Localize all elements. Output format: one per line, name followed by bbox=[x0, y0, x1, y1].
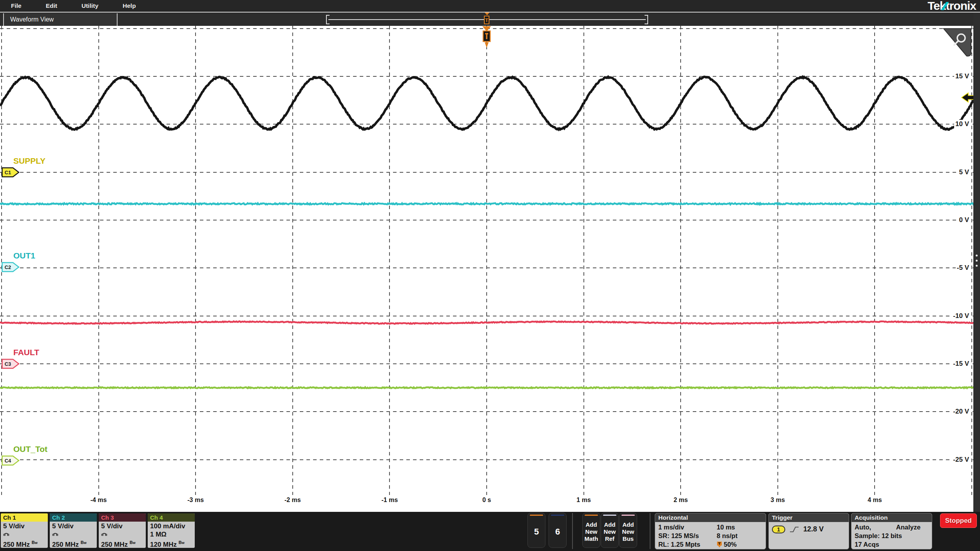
acquisition-panel-title: Acquisition bbox=[851, 513, 932, 522]
divider bbox=[650, 513, 650, 549]
voltage-label: -5 V bbox=[956, 264, 970, 272]
panel-row-right: Analyze bbox=[896, 523, 929, 531]
voltage-label: -25 V bbox=[952, 455, 970, 464]
channel-setting-row bbox=[3, 530, 45, 538]
menu-item-utility[interactable]: Utility bbox=[82, 2, 98, 9]
menu-item-help[interactable]: Help bbox=[123, 2, 136, 9]
trigger-time-flag-icon[interactable] bbox=[481, 26, 493, 49]
add-new-bus-button[interactable]: Add New Bus bbox=[619, 513, 637, 548]
panel-row-left: Sample: 12 bits bbox=[855, 531, 896, 540]
channel-setting-row: 1 MΩ bbox=[150, 530, 192, 538]
channel-marker-c2[interactable]: C2 bbox=[2, 262, 20, 272]
record-view-right-bracket bbox=[645, 15, 648, 24]
channel-setting-row: 5 V/div bbox=[52, 522, 94, 530]
panel-row-left: 17 Acqs bbox=[855, 540, 896, 549]
probe-icon bbox=[3, 531, 9, 537]
probe-icon bbox=[101, 531, 107, 537]
horizontal-panel[interactable]: Horizontal 1 ms/div10 msSR: 125 MS/s8 ns… bbox=[655, 513, 766, 549]
bandwidth-limit-icon: Bw bbox=[130, 540, 136, 545]
voltage-label: 0 V bbox=[958, 216, 970, 224]
trigger-position-arrow-icon bbox=[485, 13, 489, 15]
channel-setting-row bbox=[52, 530, 94, 538]
panel-row-right: 8 ns/pt bbox=[717, 531, 763, 540]
tab-strip: Waveform View T bbox=[0, 12, 980, 26]
channel-badge-ch1[interactable]: Ch 15 V/div250 MHz Bw bbox=[1, 513, 48, 548]
trace-1 bbox=[0, 77, 974, 130]
horizontal-panel-title: Horizontal bbox=[655, 513, 766, 522]
bandwidth-limit-icon: Bw bbox=[179, 540, 185, 545]
channel-setting-row: 250 MHz Bw bbox=[3, 538, 45, 548]
panel-row: SR: 125 MS/s8 ns/pt bbox=[658, 531, 763, 540]
splitter-grip-icon bbox=[976, 255, 978, 257]
oscilloscope-app: FileEditUtilityHelp Tektronix Waveform V… bbox=[0, 0, 980, 551]
channel-marker-c4[interactable]: C4 bbox=[2, 455, 20, 466]
button-label: Add New Ref bbox=[601, 516, 618, 547]
slot-button-6[interactable]: 6 bbox=[549, 513, 567, 548]
run-stop-status-button[interactable]: Stopped bbox=[940, 513, 977, 528]
time-label: 0 s bbox=[471, 497, 502, 504]
panel-row-right bbox=[896, 531, 929, 540]
svg-text:C2: C2 bbox=[5, 264, 11, 270]
time-label: 3 ms bbox=[762, 497, 793, 504]
time-label: -1 ms bbox=[374, 497, 405, 504]
zoom-corner-button[interactable] bbox=[942, 27, 973, 58]
trigger-level-arrow-icon[interactable] bbox=[961, 92, 974, 103]
probe-icon bbox=[52, 531, 58, 537]
channel-setting-row: 100 mA/div bbox=[150, 522, 192, 530]
channel-badge-settings: 5 V/div250 MHz Bw bbox=[50, 522, 97, 548]
slot-button-5[interactable]: 5 bbox=[527, 513, 545, 548]
trigger-position-bar[interactable]: T bbox=[326, 14, 648, 25]
channel-badge-ch2[interactable]: Ch 25 V/div250 MHz Bw bbox=[50, 513, 97, 548]
panel-row: Sample: 12 bits bbox=[855, 531, 929, 540]
panel-row: 1 ms/div10 ms bbox=[658, 523, 763, 531]
voltage-label: -10 V bbox=[952, 312, 970, 320]
splitter-grip-icon bbox=[976, 265, 978, 267]
trigger-t-icon bbox=[717, 541, 722, 548]
voltage-label: -20 V bbox=[952, 407, 970, 416]
channel-badge-settings: 5 V/div250 MHz Bw bbox=[99, 522, 146, 548]
add-new-ref-button[interactable]: Add New Ref bbox=[601, 513, 619, 548]
channel-badge-settings: 5 V/div250 MHz Bw bbox=[1, 522, 48, 548]
results-bar-splitter[interactable] bbox=[973, 13, 980, 512]
channel-badge-title: Ch 1 bbox=[1, 513, 48, 522]
channel-marker-c1[interactable]: C1 bbox=[2, 167, 20, 177]
menu-item-file[interactable]: File bbox=[11, 2, 22, 9]
svg-text:C4: C4 bbox=[5, 458, 11, 464]
panel-row: Auto,Analyze bbox=[855, 523, 929, 531]
waveform-label-out_tot: OUT_Tot bbox=[13, 444, 47, 454]
waveform-display: C1SUPPLYC2OUT1C3FAULTC4OUT_Tot 15 V10 V5… bbox=[0, 26, 974, 512]
trace-4 bbox=[0, 387, 974, 388]
settings-bar: Ch 15 V/div250 MHz BwCh 25 V/div250 MHz … bbox=[0, 512, 980, 551]
panel-row-left: 1 ms/div bbox=[658, 523, 717, 531]
panel-row: RL: 1.25 Mpts50% bbox=[658, 540, 763, 549]
trigger-t-icon: T bbox=[484, 16, 489, 24]
menu-item-edit[interactable]: Edit bbox=[46, 2, 57, 9]
channel-badge-ch4[interactable]: Ch 4100 mA/div1 MΩ120 MHz Bw bbox=[148, 513, 195, 548]
time-label: 4 ms bbox=[859, 497, 890, 504]
voltage-label: 5 V bbox=[958, 168, 970, 177]
channel-marker-c3[interactable]: C3 bbox=[2, 359, 20, 369]
channel-badge-title: Ch 3 bbox=[99, 513, 146, 522]
bandwidth-limit-icon: Bw bbox=[32, 540, 38, 545]
channel-badge-title: Ch 2 bbox=[50, 513, 97, 522]
time-label: -2 ms bbox=[277, 497, 308, 504]
trigger-source-badge: 1 bbox=[772, 526, 785, 533]
channel-badge-settings: 100 mA/div1 MΩ120 MHz Bw bbox=[148, 522, 195, 548]
trigger-position-marker[interactable]: T bbox=[484, 13, 491, 27]
channel-badge-title: Ch 4 bbox=[148, 513, 195, 522]
panel-row-right bbox=[896, 540, 929, 549]
button-label: Add New Bus bbox=[620, 516, 637, 547]
trigger-panel[interactable]: Trigger 1 12.8 V bbox=[768, 513, 849, 549]
time-label: -3 ms bbox=[180, 497, 211, 504]
divider bbox=[572, 513, 573, 549]
voltage-label: -15 V bbox=[952, 360, 970, 368]
channel-setting-row: 5 V/div bbox=[101, 522, 143, 530]
add-new-math-button[interactable]: Add New Math bbox=[582, 513, 600, 548]
panel-row: 17 Acqs bbox=[855, 540, 929, 549]
splitter-grip-icon bbox=[976, 260, 978, 262]
acquisition-panel[interactable]: Acquisition Auto,AnalyzeSample: 12 bits1… bbox=[851, 513, 932, 549]
svg-text:C1: C1 bbox=[5, 170, 11, 175]
tab-waveform-view[interactable]: Waveform View bbox=[3, 13, 118, 26]
channel-setting-row: 250 MHz Bw bbox=[52, 538, 94, 548]
channel-badge-ch3[interactable]: Ch 35 V/div250 MHz Bw bbox=[99, 513, 146, 548]
